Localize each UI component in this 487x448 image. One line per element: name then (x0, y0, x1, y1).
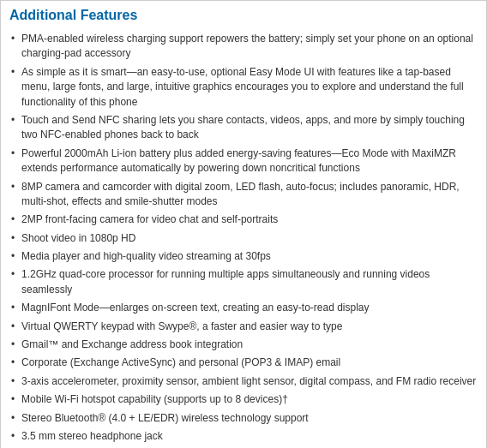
list-item: Touch and Send NFC sharing lets you shar… (9, 113, 478, 143)
features-list: PMA-enabled wireless charging support re… (9, 32, 478, 448)
list-item: Stereo Bluetooth® (4.0 + LE/EDR) wireles… (9, 411, 478, 426)
additional-features-section: Additional Features PMA-enabled wireless… (0, 0, 487, 448)
list-item: Mobile Wi-Fi hotspot capability (support… (9, 392, 478, 407)
list-item: Gmail™ and Exchange address book integra… (9, 337, 478, 352)
list-item: 3-axis accelerometer, proximity sensor, … (9, 374, 478, 389)
list-item: PMA-enabled wireless charging support re… (9, 32, 478, 62)
list-item: 1.2GHz quad-core processor for running m… (9, 267, 478, 297)
list-item: 8MP camera and camcorder with digital zo… (9, 180, 478, 210)
list-item: Corporate (Exchange ActiveSync) and pers… (9, 355, 478, 370)
list-item: As simple as it is smart—an easy-to-use,… (9, 65, 478, 110)
list-item: 2MP front-facing camera for video chat a… (9, 212, 478, 227)
list-item: MagnIFont Mode—enlarges on-screen text, … (9, 301, 478, 315)
list-item: Media player and high-quality video stre… (9, 249, 478, 264)
section-title: Additional Features (9, 8, 478, 25)
list-item: Powerful 2000mAh Li-ion battery plus add… (9, 146, 478, 176)
list-item: 3.5 mm stereo headphone jack (9, 429, 478, 444)
list-item: Shoot video in 1080p HD (9, 231, 478, 246)
list-item: Virtual QWERTY keypad with Swype®, a fas… (9, 320, 478, 334)
